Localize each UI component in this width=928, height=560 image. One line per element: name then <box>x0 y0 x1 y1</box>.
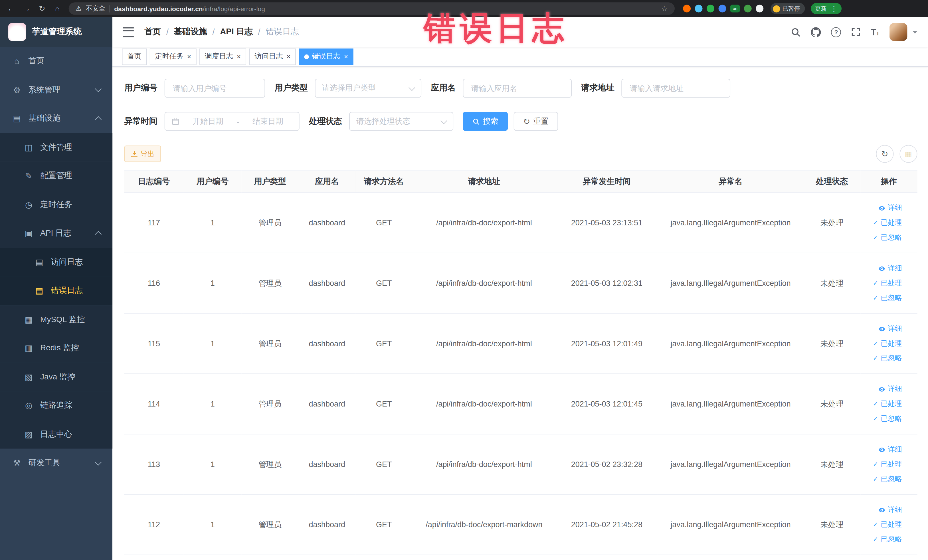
paused-badge[interactable]: 已暂停 <box>771 3 805 14</box>
detail-link[interactable]: 详细 <box>864 442 902 457</box>
mark-ignored-link[interactable]: ✓ 已忽略 <box>864 532 902 547</box>
check-icon: ✓ <box>873 397 878 411</box>
tab-cron-job[interactable]: 定时任务× <box>150 48 197 65</box>
tab-error-log[interactable]: 错误日志× <box>299 48 353 65</box>
extension-icon[interactable] <box>756 5 763 12</box>
update-button[interactable]: 更新 ⋮ <box>811 3 841 14</box>
cell-request-url: /api/infra/db-doc/export-markdown <box>412 494 556 555</box>
mark-ignored-link[interactable]: ✓ 已忽略 <box>864 351 902 366</box>
search-icon[interactable] <box>791 27 801 37</box>
help-icon[interactable]: ? <box>831 27 841 37</box>
avatar[interactable] <box>890 23 907 41</box>
sidebar-item-config-mgmt[interactable]: ✎配置管理 <box>0 162 112 190</box>
app-name-field[interactable] <box>463 79 572 98</box>
home-button-icon[interactable]: ⌂ <box>51 2 64 15</box>
sidebar-item-home[interactable]: ⌂首页 <box>0 47 112 76</box>
check-icon: ✓ <box>873 457 878 472</box>
sidebar-item-cron-job[interactable]: ◷定时任务 <box>0 190 112 219</box>
user-id-field[interactable] <box>165 79 265 98</box>
user-id-input[interactable] <box>172 83 258 93</box>
extension-icon[interactable] <box>744 5 752 12</box>
sidebar-item-java-monitor[interactable]: ▧Java 监控 <box>0 363 112 391</box>
mark-ignored-link[interactable]: ✓ 已忽略 <box>864 291 902 305</box>
exception-time-range-picker[interactable]: 开始日期 - 结束日期 <box>165 112 299 131</box>
sidebar-item-access-log[interactable]: ▤访问日志 <box>0 248 112 276</box>
back-icon[interactable]: ← <box>5 2 18 15</box>
sidebar-item-mysql-monitor[interactable]: ▦MySQL 监控 <box>0 305 112 334</box>
tab-label: 错误日志 <box>312 51 340 61</box>
app-name-input[interactable] <box>470 83 565 93</box>
sidebar-item-api-log[interactable]: ▣API 日志 <box>0 219 112 248</box>
extension-icon[interactable] <box>707 5 714 12</box>
forward-icon[interactable]: → <box>20 2 34 15</box>
tab-access-log[interactable]: 访问日志× <box>249 48 296 65</box>
mark-processed-link[interactable]: ✓ 已处理 <box>864 457 902 472</box>
sidebar-item-label: 错误日志 <box>51 285 83 296</box>
sidebar-item-dev-tools[interactable]: ⚒研发工具 <box>0 449 112 478</box>
extension-icon[interactable] <box>695 5 703 12</box>
mark-processed-link[interactable]: ✓ 已处理 <box>864 517 902 532</box>
detail-link[interactable]: 详细 <box>864 382 902 397</box>
bookmark-star-icon[interactable]: ☆ <box>661 5 667 13</box>
col-log-id: 日志编号 <box>124 171 184 193</box>
extension-on-icon[interactable]: on <box>730 5 740 12</box>
eye-icon <box>878 446 885 453</box>
detail-link[interactable]: 详细 <box>864 201 902 215</box>
sidebar-item-tracing[interactable]: ◎链路追踪 <box>0 391 112 420</box>
sidebar-toggle-icon[interactable] <box>123 27 134 37</box>
mark-ignored-label: 已忽略 <box>881 351 902 366</box>
extension-icons: on <box>683 5 763 12</box>
check-icon: ✓ <box>873 291 878 305</box>
column-settings-button[interactable]: ▦ <box>899 145 917 163</box>
screen: ← → ↻ ⌂ ⚠ 不安全 dashboard.yudao.iocoder.cn… <box>0 0 928 560</box>
detail-link[interactable]: 详细 <box>864 261 902 276</box>
sidebar-item-system-mgmt[interactable]: ⚙系统管理 <box>0 76 112 104</box>
mark-ignored-link[interactable]: ✓ 已忽略 <box>864 471 902 487</box>
cell-method: GET <box>356 374 412 434</box>
detail-link[interactable]: 详细 <box>864 502 902 517</box>
grid-icon: ▦ <box>905 150 912 158</box>
mark-processed-link[interactable]: ✓ 已处理 <box>864 215 902 230</box>
mark-processed-link[interactable]: ✓ 已处理 <box>864 336 902 351</box>
mark-ignored-link[interactable]: ✓ 已忽略 <box>864 230 902 245</box>
request-url-input[interactable] <box>629 83 723 93</box>
export-button[interactable]: 导出 <box>124 145 161 162</box>
mark-ignored-link[interactable]: ✓ 已忽略 <box>864 411 902 426</box>
sidebar-item-error-log[interactable]: ▤错误日志 <box>0 276 112 305</box>
refresh-table-button[interactable]: ↻ <box>876 145 893 163</box>
breadcrumb-item[interactable]: 首页 <box>144 26 161 37</box>
tab-job-log[interactable]: 调度日志× <box>199 48 246 65</box>
mark-processed-link[interactable]: ✓ 已处理 <box>864 276 902 291</box>
search-button[interactable]: 搜索 <box>463 112 508 131</box>
process-status-select[interactable]: 请选择处理状态 <box>349 112 453 131</box>
app-title: 芋道管理系统 <box>32 26 82 37</box>
reset-button[interactable]: ↻ 重置 <box>514 112 558 131</box>
security-label[interactable]: 不安全 <box>86 4 105 13</box>
user-type-select[interactable]: 请选择用户类型 <box>315 79 421 98</box>
tab-close-icon[interactable]: × <box>344 53 348 60</box>
github-icon[interactable] <box>811 27 821 37</box>
avatar-caret-icon[interactable] <box>913 31 917 34</box>
tab-home[interactable]: 首页 <box>122 48 147 65</box>
tab-close-icon[interactable]: × <box>187 53 191 60</box>
sidebar-item-log-center[interactable]: ▨日志中心 <box>0 420 112 449</box>
app-logo[interactable]: 芋道管理系统 <box>0 17 112 47</box>
detail-link[interactable]: 详细 <box>864 322 902 336</box>
breadcrumb-item[interactable]: 基础设施 <box>174 26 207 37</box>
browser-menu-icon[interactable]: ⋮ <box>830 5 838 13</box>
extension-icon[interactable] <box>719 5 726 12</box>
reload-icon[interactable]: ↻ <box>35 2 49 15</box>
sidebar-item-file-mgmt[interactable]: ◫文件管理 <box>0 133 112 162</box>
cell-log-id: 115 <box>124 314 184 374</box>
breadcrumb-item[interactable]: API 日志 <box>220 26 253 37</box>
tab-close-icon[interactable]: × <box>286 53 291 60</box>
sidebar-item-infrastructure[interactable]: ▤基础设施 <box>0 104 112 133</box>
fullscreen-icon[interactable] <box>851 27 861 37</box>
request-url-field[interactable] <box>621 79 730 98</box>
extension-icon[interactable] <box>683 5 691 12</box>
sidebar-item-redis-monitor[interactable]: ▥Redis 监控 <box>0 334 112 363</box>
font-size-icon[interactable]: TT <box>871 27 879 36</box>
tab-close-icon[interactable]: × <box>237 53 241 60</box>
address-bar[interactable]: ⚠ 不安全 dashboard.yudao.iocoder.cn/infra/l… <box>69 2 675 15</box>
mark-processed-link[interactable]: ✓ 已处理 <box>864 397 902 411</box>
